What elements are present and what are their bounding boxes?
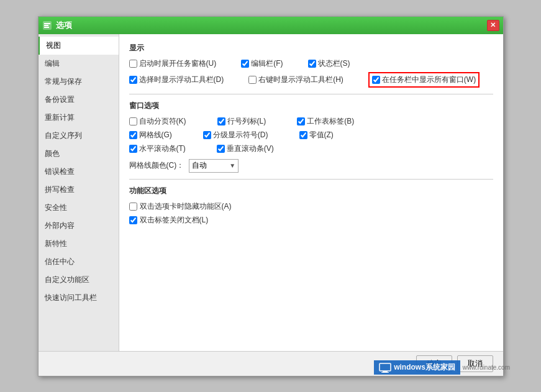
- checkbox-float-toolbar-select[interactable]: [129, 76, 137, 84]
- window-icon: [42, 21, 52, 30]
- svg-rect-4: [380, 363, 391, 371]
- options-window: 选项 ✕ 视图 编辑 常规与保存 备份设置 重新计算 自定义序列 颜色 错误检查…: [38, 16, 504, 376]
- sidebar-item-trust-center[interactable]: 信任中心: [39, 253, 119, 271]
- checkbox-float-toolbar-right[interactable]: [248, 76, 257, 84]
- watermark-url: www.ruinate.com: [463, 364, 510, 371]
- grid-color-row: 网格线颜色(C)： 自动 ▼: [129, 159, 493, 173]
- display-item-formula-bar: 编辑栏(F): [241, 58, 283, 69]
- label-hscrollbar[interactable]: 水平滚动条(T): [139, 144, 186, 154]
- label-status-bar[interactable]: 状态栏(S): [318, 58, 350, 69]
- checkbox-taskbar-show-all[interactable]: [372, 76, 380, 84]
- divider-1: [129, 94, 493, 94]
- grid-color-label: 网格线颜色(C)：: [129, 160, 184, 171]
- window-item-hscrollbar: 水平滚动条(T): [129, 144, 186, 154]
- checkbox-formula-bar[interactable]: [241, 60, 249, 68]
- sidebar-item-new-features[interactable]: 新特性: [39, 235, 119, 253]
- checkbox-close-tab[interactable]: [129, 216, 137, 224]
- svg-rect-2: [44, 25, 48, 26]
- dropdown-arrow-icon: ▼: [229, 162, 235, 169]
- monitor-icon: [379, 363, 391, 373]
- function-area-title: 功能区选项: [129, 186, 493, 196]
- label-row-col-label[interactable]: 行号列标(L): [227, 116, 266, 127]
- checkbox-outline-symbols[interactable]: [203, 131, 211, 139]
- checkbox-auto-pagebreak[interactable]: [129, 117, 137, 125]
- window-item-vscrollbar: 垂直滚动条(V): [217, 144, 274, 154]
- watermark-icon-box: windows系统家园: [374, 360, 460, 375]
- window-item-zero-values: 零值(Z): [299, 130, 334, 140]
- checkbox-status-bar[interactable]: [308, 60, 316, 68]
- label-formula-bar[interactable]: 编辑栏(F): [251, 58, 283, 69]
- sidebar-item-external-content[interactable]: 外部内容: [39, 217, 119, 235]
- display-item-startup: 启动时展开任务窗格(U): [129, 58, 217, 69]
- checkbox-gridlines[interactable]: [129, 131, 137, 139]
- svg-rect-1: [44, 23, 50, 24]
- watermark-brand: windows系统家园: [394, 362, 455, 373]
- sidebar-item-backup[interactable]: 备份设置: [39, 91, 119, 109]
- label-zero-values[interactable]: 零值(Z): [309, 130, 334, 140]
- taskbar-show-all-highlight: 在任务栏中显示所有窗口(W): [368, 72, 480, 88]
- close-button[interactable]: ✕: [487, 20, 499, 31]
- sidebar-item-view[interactable]: 视图: [39, 37, 119, 55]
- checkbox-zero-values[interactable]: [299, 131, 307, 139]
- sidebar-item-custom-sequence[interactable]: 自定义序列: [39, 127, 119, 145]
- sidebar-item-general-save[interactable]: 常规与保存: [39, 73, 119, 91]
- sidebar-item-edit[interactable]: 编辑: [39, 55, 119, 73]
- label-float-toolbar-right[interactable]: 右键时显示浮动工具栏(H): [258, 75, 343, 85]
- window-options-title: 窗口选项: [129, 101, 493, 111]
- label-outline-symbols[interactable]: 分级显示符号(D): [213, 130, 268, 140]
- checkbox-startup[interactable]: [129, 60, 137, 68]
- sidebar: 视图 编辑 常规与保存 备份设置 重新计算 自定义序列 颜色 错误检查 拼写检查…: [39, 34, 119, 351]
- checkbox-hide-ribbon[interactable]: [129, 203, 137, 211]
- window-item-row-col-label: 行号列标(L): [217, 116, 266, 127]
- sidebar-item-security[interactable]: 安全性: [39, 199, 119, 217]
- svg-rect-3: [44, 27, 49, 28]
- sidebar-item-quick-access[interactable]: 快速访问工具栏: [39, 289, 119, 307]
- display-item-float-toolbar-right: 右键时显示浮动工具栏(H): [248, 75, 343, 85]
- grid-color-value: 自动: [192, 160, 229, 171]
- window-options-section: 窗口选项 自动分页符(K) 行号列标(L) 工作表标签(B): [129, 101, 493, 173]
- checkbox-vscrollbar[interactable]: [217, 145, 225, 153]
- window-item-outline-symbols: 分级显示符号(D): [203, 130, 268, 140]
- function-item-close-tab: 双击标签关闭文档(L): [129, 215, 493, 226]
- grid-color-dropdown[interactable]: 自动 ▼: [189, 159, 239, 173]
- function-item-hide-ribbon: 双击选项卡时隐藏功能区(A): [129, 201, 493, 212]
- sidebar-item-color[interactable]: 颜色: [39, 145, 119, 163]
- window-item-gridlines: 网格线(G): [129, 130, 172, 140]
- display-section: 显示 启动时展开任务窗格(U) 编辑栏(F) 状态栏(S): [129, 43, 493, 88]
- checkbox-sheet-tab[interactable]: [297, 117, 305, 125]
- label-gridlines[interactable]: 网格线(G): [139, 130, 172, 140]
- divider-2: [129, 179, 493, 180]
- content-area: 视图 编辑 常规与保存 备份设置 重新计算 自定义序列 颜色 错误检查 拼写检查…: [39, 34, 503, 351]
- label-sheet-tab[interactable]: 工作表标签(B): [307, 116, 354, 127]
- svg-rect-5: [383, 371, 388, 372]
- label-float-toolbar-select[interactable]: 选择时显示浮动工具栏(D): [139, 75, 224, 85]
- sidebar-item-recalc[interactable]: 重新计算: [39, 109, 119, 127]
- title-bar: 选项 ✕: [39, 17, 503, 34]
- sidebar-item-custom-ribbon[interactable]: 自定义功能区: [39, 271, 119, 289]
- watermark: windows系统家园 www.ruinate.com: [374, 360, 510, 375]
- label-hide-ribbon[interactable]: 双击选项卡时隐藏功能区(A): [140, 201, 232, 212]
- label-auto-pagebreak[interactable]: 自动分页符(K): [139, 116, 186, 127]
- label-taskbar-show-all[interactable]: 在任务栏中显示所有窗口(W): [382, 75, 476, 85]
- label-close-tab[interactable]: 双击标签关闭文档(L): [140, 215, 209, 226]
- window-item-sheet-tab: 工作表标签(B): [297, 116, 354, 127]
- main-panel: 显示 启动时展开任务窗格(U) 编辑栏(F) 状态栏(S): [119, 34, 503, 351]
- svg-rect-6: [381, 372, 389, 373]
- label-vscrollbar[interactable]: 垂直滚动条(V): [227, 144, 274, 154]
- display-section-title: 显示: [129, 43, 493, 53]
- sidebar-item-spell-check[interactable]: 拼写检查: [39, 181, 119, 199]
- window-item-auto-pagebreak: 自动分页符(K): [129, 116, 186, 127]
- display-item-status-bar: 状态栏(S): [308, 58, 350, 69]
- checkbox-hscrollbar[interactable]: [129, 145, 137, 153]
- sidebar-item-error-check[interactable]: 错误检查: [39, 163, 119, 181]
- display-item-float-toolbar-select: 选择时显示浮动工具栏(D): [129, 75, 224, 85]
- function-area-section: 功能区选项 双击选项卡时隐藏功能区(A) 双击标签关闭文档(L): [129, 186, 493, 226]
- label-startup[interactable]: 启动时展开任务窗格(U): [139, 58, 217, 69]
- checkbox-row-col-label[interactable]: [217, 117, 225, 125]
- window-title: 选项: [56, 20, 487, 31]
